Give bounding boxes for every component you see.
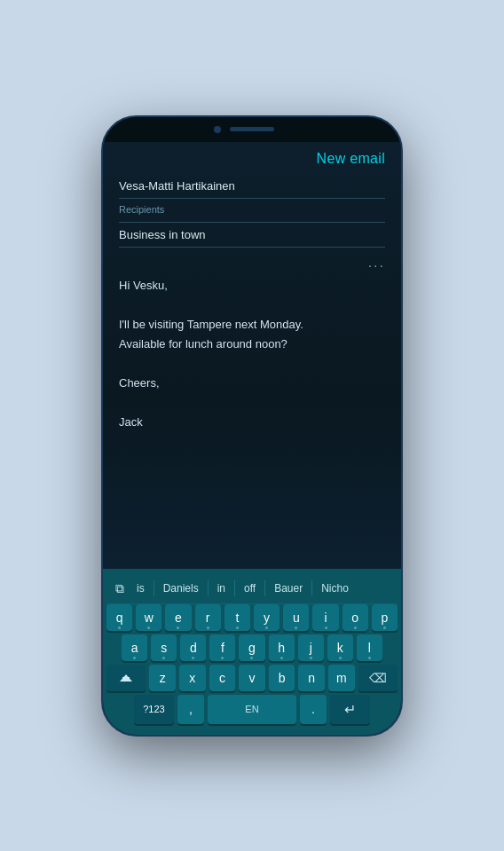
key-h[interactable]: h	[269, 634, 295, 661]
email-body[interactable]: Hi Vesku, I'll be visiting Tampere next …	[119, 276, 385, 569]
language-key[interactable]: EN	[208, 695, 296, 724]
key-b[interactable]: b	[269, 665, 295, 691]
suggestion-2[interactable]: Daniels	[154, 580, 208, 596]
more-options-button[interactable]: ...	[119, 255, 385, 271]
key-p[interactable]: p	[372, 604, 398, 631]
key-c[interactable]: c	[209, 665, 236, 691]
key-q[interactable]: q	[106, 604, 132, 631]
body-spacer3	[119, 393, 385, 413]
key-n[interactable]: n	[298, 665, 325, 691]
keyboard-row-2: a s d f g h j k l	[106, 634, 398, 661]
autocomplete-row: ⧉ is Daniels in off Bauer Nicho	[106, 574, 398, 604]
key-r[interactable]: r	[195, 604, 221, 631]
key-e[interactable]: e	[165, 604, 191, 631]
key-z[interactable]: z	[149, 665, 176, 691]
body-spacer2	[119, 354, 385, 374]
key-o[interactable]: o	[343, 604, 368, 631]
keyboard-row-3: z x c v b n m ⌫	[106, 665, 398, 691]
key-m[interactable]: m	[328, 665, 355, 691]
backspace-icon: ⌫	[369, 671, 387, 685]
recipients-field[interactable]: Recipients	[119, 204, 385, 223]
from-value: Vesa-Matti Hartikainen	[119, 179, 385, 193]
key-s[interactable]: s	[151, 634, 177, 661]
shift-icon	[120, 674, 132, 682]
enter-key[interactable]: ↵	[330, 695, 370, 724]
email-title: New email	[317, 151, 385, 166]
key-a[interactable]: a	[122, 634, 147, 661]
shift-key[interactable]	[106, 665, 146, 691]
key-k[interactable]: k	[327, 634, 353, 661]
phone-speaker	[230, 127, 274, 131]
autocomplete-suggestions: is Daniels in off Bauer Nicho	[137, 580, 392, 596]
key-u[interactable]: u	[283, 604, 309, 631]
phone-shell: New email Vesa-Matti Hartikainen Recipie…	[101, 115, 403, 737]
subject-value: Business in town	[119, 228, 206, 241]
phone-camera	[214, 126, 221, 133]
phone-top-bar	[103, 117, 401, 142]
key-l[interactable]: l	[357, 634, 382, 661]
keyboard-row-1: q w e r t y u i o p	[106, 604, 398, 631]
key-f[interactable]: f	[209, 634, 235, 661]
clipboard-icon[interactable]: ⧉	[112, 579, 128, 598]
key-x[interactable]: x	[179, 665, 206, 691]
key-d[interactable]: d	[180, 634, 206, 661]
suggestion-6[interactable]: Nicho	[311, 580, 358, 596]
key-i[interactable]: i	[312, 604, 338, 631]
suggestion-3[interactable]: in	[208, 580, 234, 596]
body-greeting: Hi Vesku,	[119, 276, 385, 295]
enter-icon: ↵	[344, 701, 356, 718]
recipients-label: Recipients	[119, 204, 385, 215]
body-line3: I'll be visiting Tampere next Monday.	[119, 315, 385, 335]
comma-key[interactable]: ,	[177, 695, 204, 724]
key-j[interactable]: j	[298, 634, 324, 661]
email-compose-area: New email Vesa-Matti Hartikainen Recipie…	[103, 142, 401, 569]
body-cheers: Cheers,	[119, 374, 385, 393]
body-name: Jack	[119, 413, 385, 432]
keyboard-area: ⧉ is Daniels in off Bauer Nicho q w e r …	[103, 569, 401, 735]
key-v[interactable]: v	[239, 665, 265, 691]
period-key[interactable]: .	[300, 695, 327, 724]
key-w[interactable]: w	[136, 604, 161, 631]
suggestion-5[interactable]: Bauer	[264, 580, 311, 596]
numbers-key[interactable]: ?123	[134, 695, 174, 724]
suggestion-1[interactable]: is	[137, 580, 154, 596]
key-y[interactable]: y	[254, 604, 280, 631]
body-spacer1	[119, 295, 385, 315]
keyboard-row-4: ?123 , EN . ↵	[106, 695, 398, 724]
suggestion-4[interactable]: off	[234, 580, 264, 596]
email-header: New email	[119, 151, 385, 167]
body-line4: Available for lunch around noon?	[119, 335, 385, 354]
key-g[interactable]: g	[239, 634, 264, 661]
key-t[interactable]: t	[224, 604, 250, 631]
subject-field[interactable]: Business in town	[119, 228, 385, 248]
from-field[interactable]: Vesa-Matti Hartikainen	[119, 179, 385, 199]
backspace-key[interactable]: ⌫	[358, 665, 398, 691]
